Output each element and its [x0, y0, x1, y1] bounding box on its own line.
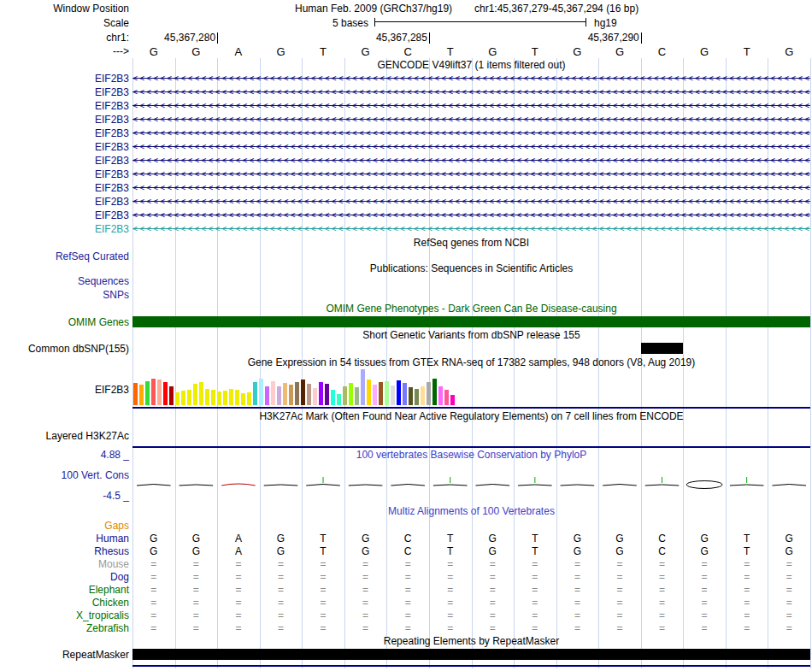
gencode-transcript[interactable]: <<<<<<<<<<<<<<<<<<<<<<<<<<<<<<<<<<<<<<<<…: [132, 222, 810, 236]
gencode-transcript-label[interactable]: EIF2B3: [95, 86, 129, 98]
gtex-tissue-bar[interactable]: [343, 386, 347, 405]
h3k27ac-content[interactable]: [132, 424, 810, 448]
gtex-tissue-bar[interactable]: [133, 383, 138, 405]
gtex-tissue-bar[interactable]: [415, 389, 419, 405]
gtex-tissue-bar[interactable]: [391, 386, 395, 405]
multiz-species-label[interactable]: Gaps: [104, 520, 129, 532]
gencode-transcript[interactable]: <<<<<<<<<<<<<<<<<<<<<<<<<<<<<<<<<<<<<<<<…: [132, 72, 810, 85]
gencode-transcript-label[interactable]: EIF2B3: [95, 127, 129, 139]
gtex-tissue-bar[interactable]: [438, 386, 443, 405]
gtex-tissue-bar[interactable]: [319, 382, 323, 405]
h3k27ac-label[interactable]: Layered H3K27Ac: [46, 424, 129, 448]
gtex-tissue-bar[interactable]: [247, 392, 251, 405]
omim-gene-bar[interactable]: [132, 316, 810, 327]
dbsnp-label[interactable]: Common dbSNP(155): [28, 343, 129, 355]
gencode-transcript[interactable]: <<<<<<<<<<<<<<<<<<<<<<<<<<<<<<<<<<<<<<<<…: [132, 209, 810, 222]
publications-snps-content[interactable]: [132, 288, 810, 302]
coordinates-ruler[interactable]: 45,367,28045,367,28545,367,290: [132, 31, 810, 45]
multiz-species-label[interactable]: Zebrafish: [86, 622, 129, 634]
multiz-species-label[interactable]: Elephant: [89, 584, 129, 596]
gencode-transcript-label[interactable]: EIF2B3: [95, 223, 129, 235]
gtex-tissue-bar[interactable]: [193, 384, 197, 405]
gencode-transcript-label[interactable]: EIF2B3: [95, 73, 129, 85]
gtex-tissue-bar[interactable]: [450, 395, 455, 405]
multiz-alignment-track[interactable]: ================: [132, 584, 810, 597]
gtex-tissue-bar[interactable]: [277, 386, 281, 405]
multiz-species-label[interactable]: Human: [96, 533, 129, 544]
gencode-transcript-label[interactable]: EIF2B3: [95, 114, 129, 126]
repeatmasker-element-bar[interactable]: [132, 649, 810, 660]
publications-sequences-content[interactable]: [132, 275, 810, 288]
gtex-tissue-bar[interactable]: [289, 385, 293, 405]
gtex-tissue-bar[interactable]: [313, 388, 317, 405]
omim-genes-label[interactable]: OMIM Genes: [68, 316, 129, 328]
dna-sequence-track[interactable]: GGAGTGCTGTGGCGTG: [132, 45, 810, 58]
gencode-transcript-label[interactable]: EIF2B3: [95, 155, 129, 167]
gencode-transcript-label[interactable]: EIF2B3: [95, 141, 129, 153]
gtex-tissue-bar[interactable]: [444, 390, 449, 405]
publications-snps-label[interactable]: SNPs: [103, 289, 129, 301]
gtex-tissue-bar[interactable]: [367, 380, 371, 405]
gtex-tissue-bar[interactable]: [259, 379, 263, 405]
refseq-curated-label[interactable]: RefSeq Curated: [56, 250, 129, 262]
gtex-tissue-bar[interactable]: [385, 381, 389, 405]
gtex-tissue-bar[interactable]: [223, 391, 227, 405]
multiz-species-label[interactable]: X_tropicalis: [76, 609, 129, 621]
multiz-species-label[interactable]: Dog: [110, 571, 129, 583]
gtex-tissue-bar[interactable]: [337, 394, 341, 405]
gtex-tissue-bar[interactable]: [379, 382, 383, 405]
gtex-tissue-bar[interactable]: [361, 369, 365, 405]
gtex-gene-label[interactable]: EIF2B3: [95, 384, 129, 396]
dbsnp-content[interactable]: [132, 342, 810, 356]
gencode-transcript-label[interactable]: EIF2B3: [95, 182, 129, 194]
gtex-tissue-bar[interactable]: [307, 384, 311, 405]
multiz-alignment-track[interactable]: ================: [132, 558, 810, 571]
gtex-tissue-bar[interactable]: [301, 380, 305, 405]
gtex-tissue-bar[interactable]: [325, 384, 329, 405]
gtex-tissue-bar[interactable]: [331, 390, 335, 405]
gtex-tissue-bar[interactable]: [265, 386, 269, 405]
multiz-alignment-track[interactable]: ================: [132, 622, 810, 635]
gtex-tissue-bar[interactable]: [235, 390, 239, 405]
gencode-transcript-label[interactable]: EIF2B3: [95, 168, 129, 180]
gtex-tissue-bar[interactable]: [271, 381, 275, 405]
multiz-species-label[interactable]: Rhesus: [94, 545, 129, 557]
multiz-species-label[interactable]: Mouse: [98, 558, 129, 570]
coordinates-row[interactable]: chr1: 45,367,28045,367,28545,367,290: [0, 31, 812, 45]
refseq-curated-content[interactable]: [132, 250, 810, 262]
gtex-tissue-bar[interactable]: [409, 387, 413, 405]
gtex-tissue-bar[interactable]: [211, 390, 215, 405]
gtex-tissue-bar[interactable]: [187, 390, 191, 405]
gencode-transcript-label[interactable]: EIF2B3: [95, 209, 129, 221]
gtex-tissue-bar[interactable]: [241, 393, 245, 405]
gencode-transcript[interactable]: <<<<<<<<<<<<<<<<<<<<<<<<<<<<<<<<<<<<<<<<…: [132, 85, 810, 99]
gencode-transcript[interactable]: <<<<<<<<<<<<<<<<<<<<<<<<<<<<<<<<<<<<<<<<…: [132, 168, 810, 181]
gencode-transcript[interactable]: <<<<<<<<<<<<<<<<<<<<<<<<<<<<<<<<<<<<<<<<…: [132, 140, 810, 154]
gencode-transcript-label[interactable]: EIF2B3: [95, 100, 129, 112]
multiz-alignment-track[interactable]: [132, 520, 810, 533]
omim-genes-content[interactable]: [132, 315, 810, 329]
gtex-tissue-bar[interactable]: [169, 386, 174, 405]
repeatmasker-label[interactable]: RepeatMasker: [62, 648, 129, 662]
gencode-transcript[interactable]: <<<<<<<<<<<<<<<<<<<<<<<<<<<<<<<<<<<<<<<<…: [132, 113, 810, 127]
gtex-tissue-bar[interactable]: [151, 379, 156, 405]
gtex-tissue-bar[interactable]: [403, 383, 407, 405]
gencode-transcript[interactable]: <<<<<<<<<<<<<<<<<<<<<<<<<<<<<<<<<<<<<<<<…: [132, 195, 810, 209]
gtex-tissue-bar[interactable]: [355, 387, 359, 405]
gtex-tissue-bar[interactable]: [373, 385, 377, 405]
gtex-tissue-bar[interactable]: [181, 391, 185, 405]
gtex-tissue-bar[interactable]: [229, 389, 233, 405]
gtex-tissue-bar[interactable]: [205, 389, 209, 405]
gtex-tissue-bar[interactable]: [283, 383, 287, 405]
conservation-content[interactable]: 100 vertebrates Basewise Conservation by…: [132, 448, 810, 503]
gtex-tissue-bar[interactable]: [349, 383, 353, 405]
gtex-tissue-bar[interactable]: [427, 382, 431, 405]
gencode-transcript[interactable]: <<<<<<<<<<<<<<<<<<<<<<<<<<<<<<<<<<<<<<<<…: [132, 127, 810, 140]
gtex-tissue-bar[interactable]: [421, 386, 425, 405]
gtex-tissue-bar[interactable]: [163, 382, 168, 405]
gtex-tissue-bar[interactable]: [199, 382, 203, 405]
gtex-tissue-bar[interactable]: [432, 379, 437, 405]
multiz-alignment-track[interactable]: GGAGTGCTGTGGCGTG: [132, 545, 810, 558]
gtex-tissue-bar[interactable]: [295, 382, 299, 405]
sequence-row[interactable]: ---> GGAGTGCTGTGGCGTG: [0, 45, 812, 58]
